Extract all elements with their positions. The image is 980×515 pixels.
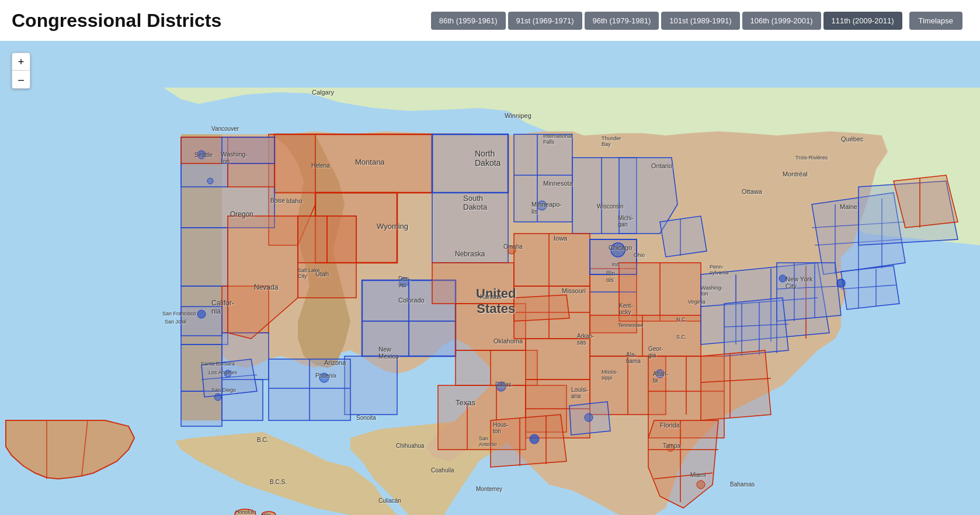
tab-106th[interactable]: 106th (1999-2001) [742,12,821,30]
svg-point-11 [197,310,206,318]
tab-86th[interactable]: 86th (1959-1961) [431,12,506,30]
svg-point-6 [530,434,539,444]
svg-point-5 [262,511,276,515]
svg-point-9 [508,246,516,254]
svg-point-12 [224,370,231,377]
svg-point-17 [779,275,786,282]
svg-point-22 [197,151,206,159]
page-title: Congressional Districts [12,10,221,32]
tab-101st[interactable]: 101st (1989-1991) [661,12,739,30]
map-container: NorthDakota SouthDakota Montana Wyoming … [0,41,980,515]
map-svg [0,41,980,515]
zoom-out-button[interactable]: – [12,71,30,88]
svg-point-16 [837,279,845,287]
zoom-controls: + – [12,53,30,89]
svg-point-21 [585,413,593,422]
map-background: NorthDakota SouthDakota Montana Wyoming … [0,41,980,515]
svg-point-13 [214,394,221,401]
timelapse-button[interactable]: Timelapse [909,12,962,30]
tab-91st[interactable]: 91st (1969-1971) [508,12,582,30]
svg-point-20 [697,481,705,489]
svg-point-15 [399,277,409,287]
svg-point-14 [319,373,329,382]
header: Congressional Districts 86th (1959-1961)… [0,0,980,41]
svg-point-10 [496,382,506,391]
svg-point-19 [667,444,674,451]
tab-96th[interactable]: 96th (1979-1981) [585,12,659,30]
svg-point-18 [656,370,664,378]
svg-point-3 [235,509,256,515]
svg-point-7 [611,243,625,257]
tab-111th[interactable]: 111th (2009-2011) [823,12,902,30]
tab-bar: 86th (1959-1961)91st (1969-1971)96th (19… [431,12,962,30]
zoom-in-button[interactable]: + [12,53,30,71]
svg-point-23 [207,178,213,184]
svg-point-8 [537,201,547,210]
